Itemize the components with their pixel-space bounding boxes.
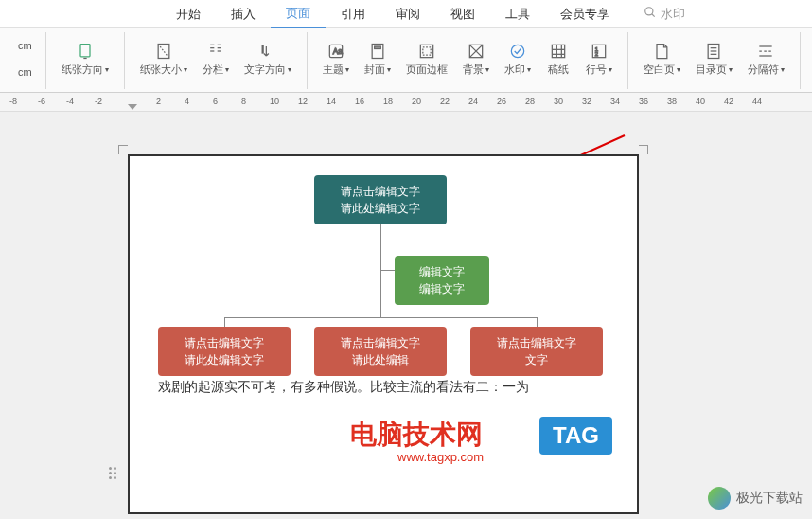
svg-rect-19 [552,45,564,57]
chevron-down-icon: ▾ [225,65,229,74]
org-node-child[interactable]: 请点击编辑文字 请此处编辑文字 [158,327,291,376]
columns-button[interactable]: 分栏▾ [195,32,237,87]
org-node-root[interactable]: 请点击编辑文字 请此处编辑文字 [314,175,447,224]
svg-text:I: I [261,45,264,55]
theme-icon: Aa [327,42,345,61]
line-number-button[interactable]: 12 行号▾ [578,32,620,87]
document-page[interactable]: 请点击编辑文字 请此处编辑文字 编辑文字 编辑文字 请点击编辑文字 请此处编辑文… [128,154,639,514]
menu-page[interactable]: 页面 [271,0,326,28]
drag-handle-icon[interactable] [109,467,120,478]
menu-insert[interactable]: 插入 [216,1,271,27]
menu-view[interactable]: 视图 [435,1,490,27]
cover-icon [368,42,387,61]
menu-reference[interactable]: 引用 [326,1,380,27]
manuscript-icon [549,42,568,61]
footer-logo: 极光下载站 [708,487,803,510]
blank-page-button[interactable]: 空白页▾ [636,32,688,87]
search-text: 水印 [661,6,685,23]
columns-icon [206,42,225,61]
body-text[interactable]: 戏剧的起源实不可考，有多种假说。比较主流的看法有二：一为 [158,379,529,396]
svg-rect-14 [374,46,380,49]
org-node-child[interactable]: 请点击编辑文字 文字 [470,327,603,376]
chevron-down-icon: ▾ [105,65,109,74]
watermark-text: 电脑技术网 [350,417,483,453]
paper-direction-icon [76,42,95,61]
svg-rect-3 [158,45,169,59]
manuscript-button[interactable]: 稿纸 [538,32,578,87]
chevron-down-icon: ▾ [781,65,785,74]
svg-rect-16 [423,47,431,55]
connector [380,270,395,271]
margin-top[interactable]: cm [12,32,38,59]
paper-size-icon [154,42,173,61]
margin-bottom[interactable]: cm [12,59,38,85]
connector [224,317,225,327]
search-box[interactable]: 水印 [644,6,685,23]
page-corner [118,145,128,154]
chevron-down-icon: ▾ [609,65,612,74]
separator-button[interactable]: 分隔符▾ [740,32,792,87]
connector [224,317,537,318]
menu-review[interactable]: 审阅 [380,1,435,27]
connector [380,270,381,317]
chevron-down-icon: ▾ [677,65,680,74]
menu-tools[interactable]: 工具 [490,1,545,27]
separator-icon [756,42,775,61]
chevron-down-icon: ▾ [184,65,187,74]
chevron-down-icon: ▾ [527,65,531,74]
paper-direction-button[interactable]: 纸张方向▾ [54,32,116,87]
logo-icon [708,487,731,510]
svg-rect-2 [80,45,90,57]
page-border-icon [417,42,436,61]
org-chart[interactable]: 请点击编辑文字 请此处编辑文字 编辑文字 编辑文字 请点击编辑文字 请此处编辑文… [130,156,637,512]
org-node-middle[interactable]: 编辑文字 编辑文字 [395,256,489,305]
connector [537,317,538,327]
chevron-down-icon: ▾ [485,65,489,74]
toc-icon [704,42,723,61]
chevron-down-icon: ▾ [288,65,291,74]
page-border-button[interactable]: 页面边框 [398,32,455,87]
paper-size-button[interactable]: 纸张大小▾ [132,32,195,87]
tag-badge: TAG [539,417,612,455]
watermark-url: www.tagxp.com [397,450,484,464]
svg-text:Aa: Aa [332,46,343,56]
chevron-down-icon: ▾ [345,65,349,74]
svg-point-0 [645,8,653,15]
chevron-down-icon: ▾ [729,65,733,74]
toolbar: cm cm 纸张方向▾ 纸张大小▾ 分栏▾ I 文字方向▾ Aa 主题▾ 封面▾ [0,28,812,93]
svg-line-1 [652,14,655,17]
menu-start[interactable]: 开始 [161,1,216,27]
svg-text:2: 2 [595,51,598,57]
text-direction-icon: I [258,42,277,61]
ruler[interactable]: -8 -6 -4 -2 2 4 6 8 10 12 14 16 18 20 22… [0,93,812,112]
svg-point-18 [511,45,523,57]
menu-bar: 开始 插入 页面 引用 审阅 视图 工具 会员专享 水印 [0,0,812,28]
background-icon [467,42,485,61]
cover-button[interactable]: 封面▾ [357,32,398,87]
org-node-child[interactable]: 请点击编辑文字 请此处编辑 [314,327,447,376]
chevron-down-icon: ▾ [387,65,391,74]
background-button[interactable]: 背景▾ [455,32,497,87]
menu-member[interactable]: 会员专享 [545,1,625,27]
ruler-indent-marker[interactable] [128,104,137,110]
theme-button[interactable]: Aa 主题▾ [315,32,357,87]
watermark-button[interactable]: 水印▾ [497,32,538,87]
page-corner [639,145,648,154]
line-number-icon: 12 [590,42,609,61]
text-direction-button[interactable]: I 文字方向▾ [237,32,299,87]
blank-page-icon [652,42,671,61]
toc-button[interactable]: 目录页▾ [688,32,740,87]
search-icon [644,6,657,22]
watermark-icon [508,42,527,61]
